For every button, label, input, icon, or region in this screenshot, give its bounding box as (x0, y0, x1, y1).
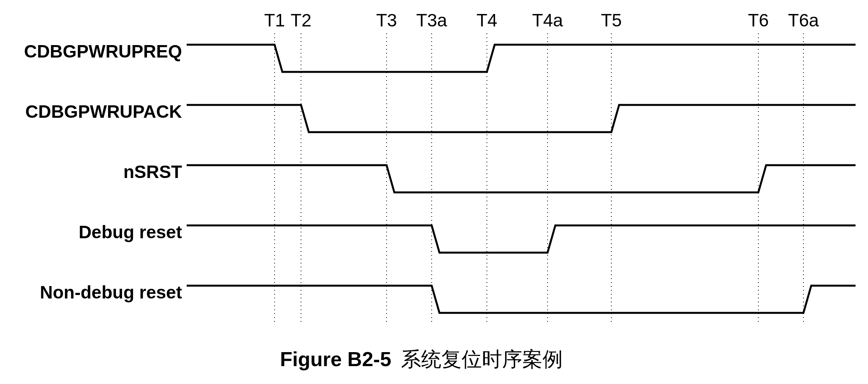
waveform-non-debug-reset (187, 286, 856, 313)
timing-diagram (0, 0, 868, 384)
waveform-debug-reset (187, 225, 856, 253)
figure-title: 系统复位时序案例 (401, 348, 563, 370)
waveform-nsrst (187, 165, 856, 192)
waveform-cdbgpwrupack (187, 105, 856, 132)
figure-caption: Figure B2-5 系统复位时序案例 (280, 346, 563, 373)
waveform-cdbgpwrupreq (187, 45, 856, 72)
figure-number: Figure B2-5 (280, 348, 391, 370)
